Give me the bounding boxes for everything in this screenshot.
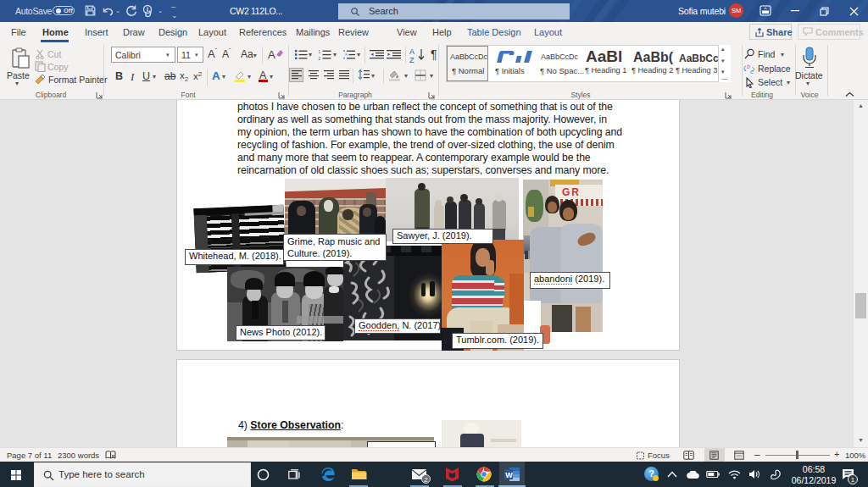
svg-text:W: W (505, 471, 513, 479)
svg-text:1: 1 (319, 50, 321, 54)
svg-text:2: 2 (319, 57, 321, 61)
